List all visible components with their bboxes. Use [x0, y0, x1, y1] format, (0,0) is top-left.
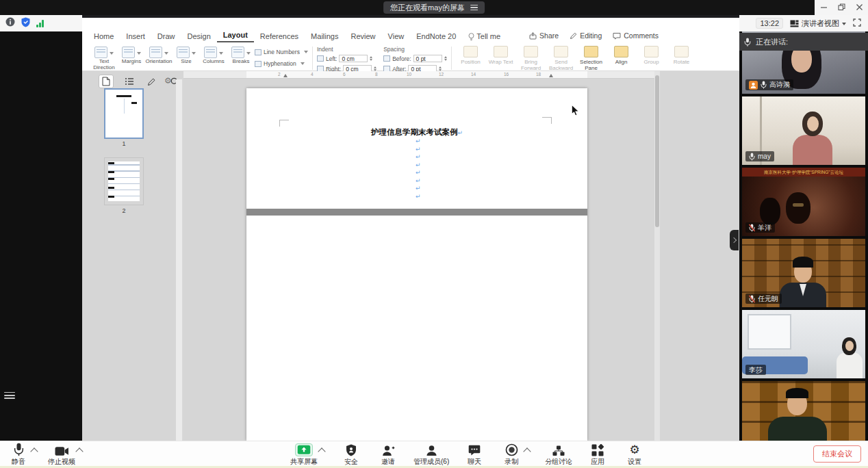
share-screen-icon — [297, 445, 311, 455]
indent-marker-left[interactable] — [283, 72, 288, 77]
participant-video-2[interactable]: may — [742, 96, 865, 165]
tab-design[interactable]: Design — [181, 31, 217, 42]
chat-button[interactable]: 聊天 — [463, 443, 486, 467]
tab-insert[interactable]: Insert — [120, 31, 151, 42]
fullscreen-icon[interactable] — [853, 17, 861, 29]
line-numbers-button[interactable]: Line Numbers — [255, 47, 308, 57]
word-ribbon-tabs: Home Insert Draw Design Layout Reference… — [88, 30, 507, 42]
minimize-icon[interactable] — [820, 1, 828, 14]
tab-review[interactable]: Review — [344, 31, 381, 42]
margins-icon — [122, 47, 135, 58]
meeting-status-left — [0, 15, 82, 31]
share-options-chevron[interactable] — [318, 447, 325, 455]
editing-mode-button[interactable]: Editing — [570, 31, 602, 40]
orientation-button[interactable]: Orientation — [145, 46, 173, 64]
restore-icon[interactable] — [838, 1, 845, 14]
align-button[interactable]: Align — [607, 46, 637, 65]
security-shield-icon[interactable] — [21, 17, 30, 30]
tab-layout[interactable]: Layout — [217, 29, 254, 42]
record-button[interactable]: 录制 — [500, 443, 523, 467]
word-scrollbar-thumb[interactable] — [655, 75, 659, 227]
tab-endnote[interactable]: EndNote 20 — [410, 31, 462, 42]
pencil-icon — [570, 32, 577, 40]
network-signal-icon[interactable] — [36, 20, 44, 27]
tab-draw[interactable]: Draw — [151, 31, 181, 42]
draw-pane-icon[interactable] — [145, 75, 159, 88]
position-button[interactable]: Position — [456, 46, 486, 65]
send-backward-button[interactable]: Send Backward — [546, 46, 576, 71]
manage-members-button[interactable]: 管理成员(6) — [413, 443, 449, 467]
comments-button[interactable]: Comments — [613, 31, 659, 40]
participant-video-5[interactable]: 李莎 — [742, 310, 865, 378]
indent-marker-right[interactable] — [549, 72, 553, 77]
layout-ribbon: Text Direction Margins Orientation Size … — [82, 44, 739, 71]
tab-tell-me[interactable]: Tell me — [462, 31, 507, 42]
video-options-chevron[interactable] — [75, 447, 83, 455]
stop-video-button[interactable]: 停止视频 — [48, 443, 75, 467]
spacing-before-stepper[interactable] — [444, 55, 447, 63]
view-mode-selector[interactable]: 演讲者视图 — [790, 18, 846, 29]
settings-button[interactable]: ⚙ 设置 — [623, 443, 646, 467]
meeting-info-icon[interactable] — [5, 17, 15, 29]
gear-icon: ⚙ — [630, 443, 640, 456]
security-button[interactable]: 安全 — [340, 443, 363, 467]
banner-menu-icon[interactable] — [470, 3, 478, 12]
bring-forward-button[interactable]: Bring Forward — [516, 46, 546, 71]
tab-references[interactable]: References — [254, 31, 305, 42]
share-screen-button[interactable]: 共享屏幕 — [290, 443, 318, 467]
page-thumbnail-1[interactable] — [104, 88, 144, 139]
participant-name-tag: 羊洋 — [745, 222, 775, 233]
size-button[interactable]: Size — [173, 46, 200, 64]
participant-video-4[interactable]: 任元朗 — [742, 239, 865, 307]
wrap-text-icon — [494, 46, 508, 57]
columns-button[interactable]: Columns — [200, 46, 227, 64]
collapsed-panel-handle[interactable] — [4, 390, 15, 400]
selection-pane-button[interactable]: Selection Pane — [576, 46, 607, 71]
tab-view[interactable]: View — [382, 31, 411, 42]
outline-pane-icon[interactable] — [123, 75, 136, 88]
rotate-button[interactable]: Rotate — [667, 46, 697, 65]
text-direction-button[interactable]: Text Direction — [90, 46, 118, 70]
indent-left-stepper[interactable] — [370, 55, 372, 63]
microphone-icon — [744, 38, 751, 47]
indent-left-field[interactable]: 0 cm — [339, 55, 368, 62]
wrap-text-button[interactable]: Wrap Text — [486, 46, 516, 65]
mute-options-chevron[interactable] — [30, 447, 38, 455]
margins-button[interactable]: Margins — [118, 46, 145, 64]
breaks-button[interactable]: Breaks — [227, 46, 255, 64]
participants-sidebar: 正在讲话: 高诗漪 may 南京医科大学·护理学院“SPRING”云论坛 羊洋 — [739, 31, 868, 441]
bring-forward-icon — [524, 46, 538, 57]
participant-video-6[interactable] — [742, 381, 865, 441]
tab-mailings[interactable]: Mailings — [305, 31, 344, 42]
apps-button[interactable]: 应用 — [586, 443, 609, 467]
group-button[interactable]: Group — [637, 46, 667, 65]
breakout-rooms-button[interactable]: 分组讨论 — [545, 443, 572, 467]
invite-button[interactable]: 邀请 — [376, 443, 400, 467]
close-icon[interactable] — [856, 1, 863, 14]
window-controls — [815, 0, 868, 15]
tab-home[interactable]: Home — [88, 31, 120, 42]
record-options-chevron[interactable] — [524, 447, 531, 455]
page-thumbnail-2[interactable] — [104, 157, 144, 205]
sidebar-collapse-handle[interactable] — [730, 230, 739, 250]
hyphenation-button[interactable]: Hyphenation — [255, 59, 308, 68]
banner-text: 您正在观看may的屏幕 — [390, 3, 465, 13]
speaking-indicator-bar: 正在讲话: — [739, 33, 868, 51]
spacing-before-field[interactable]: 0 pt — [413, 55, 442, 62]
stage-left-area — [0, 31, 82, 441]
end-meeting-button[interactable]: 结束会议 — [813, 445, 861, 463]
word-scrollbar-track[interactable] — [654, 71, 660, 441]
meeting-toolbar: 静音 停止视频 共享屏幕 安全 邀请 — [0, 441, 868, 466]
screen-watch-banner: 您正在观看may的屏幕 — [383, 1, 485, 14]
pane-settings-gear-icon[interactable]: ⚙ — [164, 76, 172, 86]
position-icon — [463, 46, 478, 57]
document-page[interactable]: 护理信息学期末考试案例↵ ↵↵↵↵↵↵↵↵ — [246, 88, 587, 441]
document-title: 护理信息学期末考试案例↵ — [246, 127, 587, 138]
mute-button[interactable]: 静音 — [7, 443, 30, 467]
share-button[interactable]: Share — [529, 31, 559, 40]
camera-icon — [55, 446, 69, 456]
page-break-separator — [246, 209, 587, 216]
participant-video-3[interactable]: 南京医科大学·护理学院“SPRING”云论坛 羊洋 — [742, 168, 865, 236]
thumbnail-pane-icon[interactable] — [99, 75, 114, 88]
indent-left-icon — [317, 55, 324, 62]
